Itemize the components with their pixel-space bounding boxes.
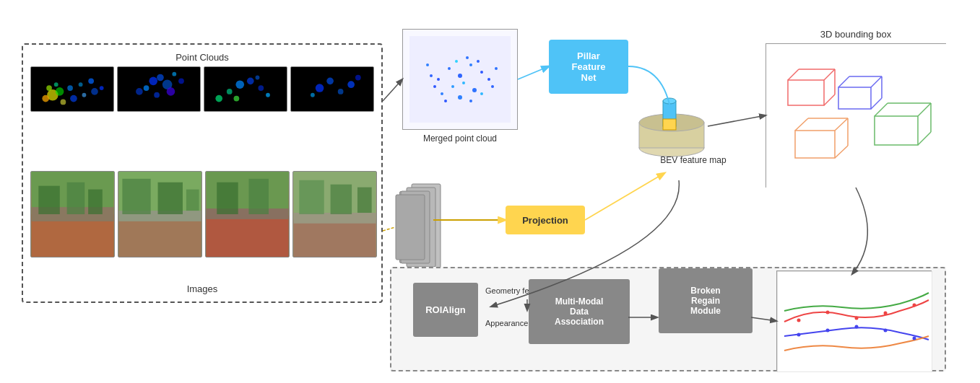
point-clouds-title: Point Clouds — [175, 52, 229, 63]
svg-point-32 — [256, 76, 260, 80]
svg-rect-92 — [766, 44, 947, 188]
svg-point-10 — [91, 88, 98, 95]
merged-pc-box — [402, 29, 518, 130]
svg-point-125 — [884, 312, 888, 315]
trajectory-output-box — [776, 270, 932, 371]
roialign-label: ROIAlign — [425, 304, 466, 315]
svg-point-9 — [82, 93, 87, 97]
svg-point-31 — [234, 96, 240, 102]
bbox-3d-label: 3D bounding box — [766, 29, 946, 40]
cam-cell-2 — [118, 171, 202, 257]
svg-point-69 — [451, 85, 454, 88]
svg-point-12 — [46, 85, 52, 91]
svg-point-8 — [61, 100, 66, 105]
svg-point-128 — [826, 329, 830, 333]
svg-point-75 — [455, 60, 458, 63]
svg-point-124 — [855, 317, 859, 320]
svg-point-67 — [469, 63, 472, 66]
svg-point-91 — [663, 98, 676, 104]
svg-rect-59 — [293, 213, 376, 224]
svg-rect-61 — [331, 185, 352, 214]
svg-point-77 — [477, 60, 480, 63]
svg-rect-14 — [118, 67, 199, 111]
svg-point-22 — [167, 87, 175, 96]
svg-point-84 — [495, 67, 498, 70]
svg-point-73 — [487, 78, 490, 81]
svg-rect-49 — [122, 179, 150, 214]
svg-rect-24 — [205, 67, 286, 111]
cam-cell-1 — [30, 171, 115, 257]
svg-point-16 — [157, 74, 164, 82]
svg-point-65 — [448, 67, 451, 70]
svg-line-135 — [708, 115, 766, 126]
pfn-label: PillarFeatureNet — [572, 50, 606, 83]
svg-rect-120 — [396, 195, 425, 260]
pc-cell-2 — [117, 66, 201, 112]
svg-point-2 — [56, 87, 64, 96]
svg-rect-44 — [67, 182, 85, 214]
svg-point-35 — [326, 78, 334, 85]
svg-rect-63 — [409, 36, 511, 123]
mmda-box: Multi-ModalDataAssociation — [529, 279, 630, 344]
svg-rect-51 — [186, 190, 199, 211]
svg-point-79 — [458, 95, 462, 100]
svg-rect-47 — [118, 218, 201, 257]
svg-line-134 — [518, 66, 549, 79]
svg-point-28 — [247, 78, 254, 85]
svg-point-29 — [258, 85, 264, 91]
svg-point-72 — [441, 92, 443, 95]
svg-point-34 — [316, 84, 324, 92]
svg-point-64 — [437, 78, 440, 81]
merged-pc-label: Merged point cloud — [402, 133, 518, 144]
svg-rect-50 — [158, 182, 183, 214]
svg-point-130 — [884, 329, 888, 333]
svg-rect-45 — [88, 190, 103, 214]
cnn-layers-svg — [394, 180, 444, 274]
projection-box: Projection — [506, 206, 585, 234]
svg-point-19 — [172, 72, 176, 76]
roialign-box: ROIAlign — [413, 283, 478, 337]
svg-point-76 — [466, 56, 469, 59]
svg-point-3 — [42, 95, 49, 102]
svg-point-4 — [67, 85, 73, 91]
svg-rect-60 — [299, 180, 324, 214]
svg-point-122 — [797, 319, 801, 322]
svg-rect-43 — [38, 186, 60, 214]
svg-point-129 — [855, 325, 859, 329]
diagram-container: Point Clouds — [0, 0, 980, 383]
svg-point-85 — [426, 63, 429, 66]
svg-point-27 — [235, 80, 244, 89]
svg-point-82 — [433, 85, 436, 88]
pc-cell-4 — [290, 66, 374, 112]
svg-rect-62 — [357, 188, 372, 213]
svg-point-66 — [458, 74, 462, 78]
pc-cell-1 — [30, 66, 114, 112]
svg-point-7 — [70, 95, 77, 102]
svg-point-81 — [480, 92, 483, 95]
svg-point-11 — [100, 86, 104, 90]
svg-point-36 — [338, 89, 344, 94]
svg-rect-55 — [217, 182, 238, 214]
svg-point-25 — [215, 95, 222, 102]
left-input-box: Point Clouds — [22, 43, 383, 303]
bev-feature-map — [636, 94, 708, 159]
svg-point-6 — [88, 78, 94, 84]
camera-image-grid — [30, 171, 377, 257]
svg-point-20 — [136, 88, 143, 95]
svg-point-78 — [444, 100, 447, 102]
svg-point-18 — [144, 85, 149, 91]
svg-point-123 — [826, 311, 830, 314]
svg-rect-58 — [293, 220, 376, 257]
svg-point-74 — [430, 74, 433, 77]
svg-rect-33 — [292, 67, 373, 111]
pfn-box: PillarFeatureNet — [549, 40, 628, 94]
svg-point-30 — [266, 93, 270, 97]
svg-point-39 — [355, 75, 361, 81]
svg-point-83 — [491, 85, 494, 88]
svg-point-70 — [462, 82, 465, 84]
cam-cell-3 — [205, 171, 290, 257]
svg-point-80 — [469, 100, 472, 102]
mmda-label: Multi-ModalDataAssociation — [555, 296, 604, 327]
svg-point-131 — [913, 337, 916, 340]
svg-point-127 — [797, 333, 801, 337]
